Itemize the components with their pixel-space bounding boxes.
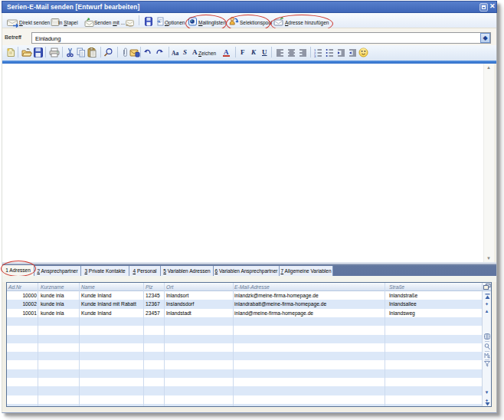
svg-text:3: 3 [314, 54, 316, 57]
